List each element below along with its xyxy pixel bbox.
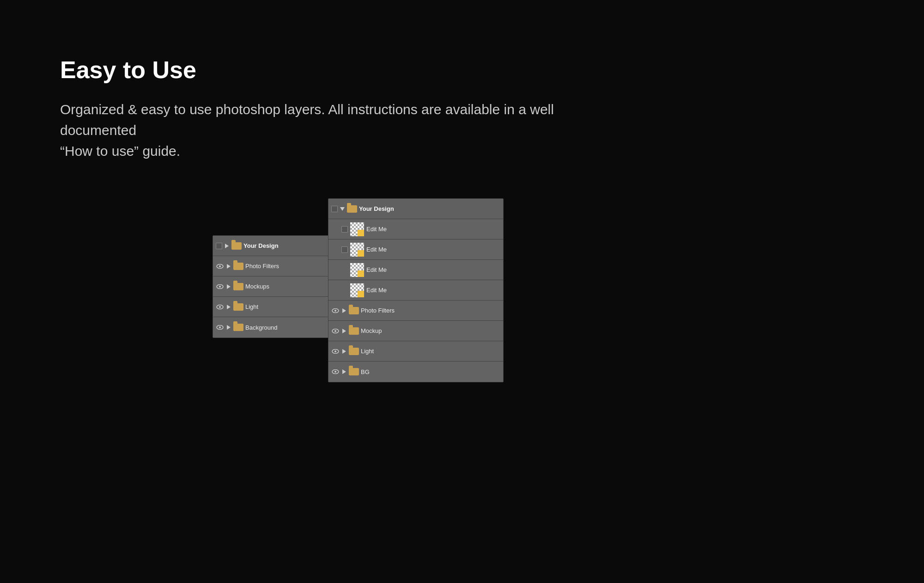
folder-icon-background	[233, 324, 243, 331]
arrow-light	[226, 304, 231, 310]
front-arrow-light	[341, 349, 347, 354]
front-row-light[interactable]: Light	[328, 341, 503, 362]
front-checkbox-edit2[interactable]	[341, 246, 348, 253]
front-checkbox-your-design[interactable]	[331, 206, 338, 212]
front-eye-mockup[interactable]	[331, 328, 340, 334]
front-thumb-edit3	[350, 263, 365, 277]
front-row-mockup[interactable]: Mockup	[328, 321, 503, 341]
eye-light[interactable]	[216, 304, 224, 310]
folder-icon-your-design	[231, 242, 242, 250]
front-label-edit4: Edit Me	[366, 287, 500, 294]
svg-point-3	[219, 286, 221, 288]
front-folder-bg	[349, 368, 359, 375]
front-label-your-design: Your Design	[359, 205, 500, 212]
front-eye-light[interactable]	[331, 348, 340, 355]
front-row-your-design[interactable]: Your Design	[328, 199, 503, 219]
front-layer-edit-me-3[interactable]: Edit Me	[328, 260, 503, 280]
eye-photo-filters[interactable]	[216, 263, 224, 270]
front-folder-photo-filters	[349, 307, 359, 314]
front-arrow-mockup	[341, 328, 347, 334]
front-label-bg: BG	[361, 368, 500, 375]
front-eye-bg[interactable]	[331, 368, 340, 375]
front-folder-light	[349, 348, 359, 355]
folder-icon-photo-filters	[233, 263, 243, 270]
arrow-background	[226, 325, 231, 330]
front-label-light: Light	[361, 348, 500, 355]
front-arrow-photo-filters	[341, 308, 347, 313]
front-label-edit2: Edit Me	[366, 246, 500, 253]
front-layer-edit-me-4[interactable]: Edit Me	[328, 280, 503, 301]
svg-point-1	[219, 265, 221, 267]
arrow-photo-filters	[226, 264, 231, 269]
front-layer-edit-me-1[interactable]: Edit Me	[328, 219, 503, 239]
front-thumb-edit2	[350, 242, 365, 257]
front-layer-edit-me-2[interactable]: Edit Me	[328, 239, 503, 260]
folder-icon-mockups	[233, 283, 243, 290]
front-label-edit1: Edit Me	[366, 226, 500, 233]
svg-point-15	[334, 371, 336, 373]
front-label-photo-filters: Photo Filters	[361, 307, 500, 314]
checkbox-your-design[interactable]	[216, 243, 222, 249]
front-eye-photo-filters[interactable]	[331, 307, 340, 314]
svg-point-13	[334, 350, 336, 352]
svg-point-5	[219, 306, 221, 308]
front-row-photo-filters[interactable]: Photo Filters	[328, 301, 503, 321]
arrow-your-design	[224, 243, 230, 249]
front-row-bg[interactable]: BG	[328, 362, 503, 382]
folder-icon-light	[233, 303, 243, 311]
arrow-mockups	[226, 284, 231, 289]
front-thumb-edit4	[350, 283, 365, 298]
panels-area: Your Design Photo Filters Mockups	[60, 198, 864, 439]
front-panel: Your Design Edit Me Edit Me Edit Me	[328, 198, 504, 382]
front-checkbox-edit1[interactable]	[341, 226, 348, 233]
page-container: Easy to Use Organized & easy to use phot…	[0, 0, 924, 476]
page-heading: Easy to Use	[60, 55, 864, 84]
front-arrow-your-design	[340, 206, 345, 212]
eye-background[interactable]	[216, 324, 224, 331]
description-line2: “How to use” guide.	[60, 143, 180, 159]
front-folder-your-design	[347, 205, 357, 213]
front-arrow-bg	[341, 369, 347, 374]
front-thumb-edit1	[350, 222, 365, 237]
svg-point-7	[219, 326, 221, 328]
description-line1: Organized & easy to use photoshop layers…	[60, 102, 554, 138]
description-text: Organized & easy to use photoshop layers…	[60, 99, 568, 161]
svg-point-9	[334, 310, 336, 312]
eye-mockups[interactable]	[216, 283, 224, 290]
front-label-edit3: Edit Me	[366, 266, 500, 273]
front-folder-mockup	[349, 327, 359, 335]
front-label-mockup: Mockup	[361, 327, 500, 334]
svg-point-11	[334, 330, 336, 332]
